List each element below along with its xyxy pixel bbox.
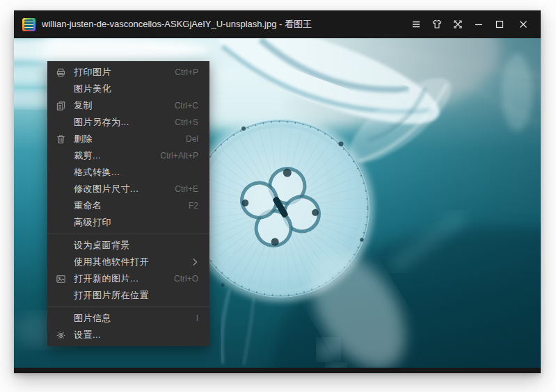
no-icon <box>54 83 67 95</box>
menu-item-label: 裁剪... <box>74 149 160 162</box>
menu-item-label: 图片美化 <box>74 83 198 95</box>
menu-item-open-with[interactable]: 使用其他软件打开 <box>47 254 209 270</box>
menu-item-rename[interactable]: 重命名F2 <box>47 197 209 214</box>
menu-item-shortcut: Ctrl+P <box>175 67 198 77</box>
no-icon <box>54 217 67 228</box>
menu-item-label: 格式转换... <box>74 166 198 179</box>
maximize-icon <box>494 19 505 30</box>
menu-item-label: 打开新的图片... <box>74 272 174 285</box>
menu-item-label: 打开图片所在位置 <box>74 289 198 302</box>
expand-icon <box>452 19 463 30</box>
titlebar[interactable]: willian-justen-de-vasconcellos-ASKGjAeIY… <box>14 10 541 38</box>
trash-icon <box>54 133 67 145</box>
menu-item-shortcut: Ctrl+C <box>175 101 198 111</box>
app-window: willian-justen-de-vasconcellos-ASKGjAeIY… <box>14 10 541 373</box>
submenu-arrow-icon <box>192 258 198 266</box>
fullscreen-button[interactable] <box>447 10 468 38</box>
maximize-button[interactable] <box>489 10 510 38</box>
menu-item-copy[interactable]: 复制Ctrl+C <box>47 97 209 114</box>
no-icon <box>54 290 67 301</box>
menu-item-label: 打印图片 <box>74 66 175 79</box>
menu-item-label: 图片信息 <box>74 312 196 325</box>
no-icon <box>54 200 67 211</box>
menu-item-label: 图片另存为... <box>74 116 175 129</box>
jellyfish-far-right <box>502 54 532 131</box>
menu-item-resize-image[interactable]: 修改图片尺寸...Ctrl+E <box>47 181 209 197</box>
shirt-icon <box>431 19 443 30</box>
menu-item-beautify-image[interactable]: 图片美化 <box>47 81 209 97</box>
menu-item-shortcut: I <box>196 313 198 323</box>
menu-item-open-file-location[interactable]: 打开图片所在位置 <box>47 287 209 304</box>
menu-item-shortcut: Ctrl+O <box>174 274 198 284</box>
menu-separator <box>47 234 209 234</box>
printer-icon <box>54 67 67 78</box>
no-icon <box>54 183 67 195</box>
minimize-button[interactable] <box>468 10 489 38</box>
no-icon <box>54 240 67 251</box>
image-icon <box>54 273 67 284</box>
menu-item-label: 修改图片尺寸... <box>74 183 175 195</box>
context-menu: 打印图片Ctrl+P图片美化复制Ctrl+C图片另存为...Ctrl+S删除De… <box>47 61 209 346</box>
window-title: willian-justen-de-vasconcellos-ASKGjAeIY… <box>42 18 312 31</box>
menu-item-advanced-print[interactable]: 高级打印 <box>47 214 209 231</box>
main-menu-button[interactable] <box>406 10 427 38</box>
menu-item-image-info[interactable]: 图片信息I <box>47 310 209 327</box>
menu-item-settings[interactable]: 设置... <box>47 327 209 343</box>
menu-item-print-image[interactable]: 打印图片Ctrl+P <box>47 64 209 81</box>
menu-item-label: 删除 <box>74 133 186 145</box>
menu-item-label: 重命名 <box>74 199 189 212</box>
menu-item-label: 复制 <box>74 99 175 112</box>
copy-icon <box>54 100 67 111</box>
desktop: willian-justen-de-vasconcellos-ASKGjAeIY… <box>0 0 556 392</box>
menu-item-shortcut: Ctrl+S <box>175 117 198 127</box>
menu-item-label: 使用其他软件打开 <box>74 256 192 268</box>
no-icon <box>54 117 67 128</box>
menu-item-set-as-wallpaper[interactable]: 设为桌面背景 <box>47 237 209 254</box>
no-icon <box>54 256 67 268</box>
hamburger-icon <box>411 19 422 30</box>
skin-button[interactable] <box>427 10 447 38</box>
menu-item-save-image-as[interactable]: 图片另存为...Ctrl+S <box>47 114 209 131</box>
menu-item-shortcut: Del <box>186 134 198 144</box>
menu-item-shortcut: Ctrl+Alt+P <box>160 151 198 161</box>
menu-item-delete[interactable]: 删除Del <box>47 131 209 147</box>
menu-item-shortcut: F2 <box>189 201 198 211</box>
minimize-icon <box>473 19 484 30</box>
menu-separator <box>47 307 209 307</box>
no-icon <box>54 150 67 161</box>
menu-item-label: 设置... <box>74 329 198 341</box>
window-controls <box>406 10 534 38</box>
close-icon <box>518 19 529 30</box>
no-icon <box>54 313 67 324</box>
close-button[interactable] <box>513 10 534 38</box>
menu-item-format-convert[interactable]: 格式转换... <box>47 164 209 181</box>
menu-item-label: 设为桌面背景 <box>74 239 198 252</box>
menu-item-crop[interactable]: 裁剪...Ctrl+Alt+P <box>47 147 209 164</box>
menu-item-shortcut: Ctrl+E <box>175 184 198 194</box>
app-logo-icon <box>22 18 35 31</box>
menu-item-open-new-image[interactable]: 打开新的图片...Ctrl+O <box>47 270 209 287</box>
no-icon <box>54 167 67 178</box>
menu-item-label: 高级打印 <box>74 216 198 229</box>
gear-icon <box>54 329 67 341</box>
